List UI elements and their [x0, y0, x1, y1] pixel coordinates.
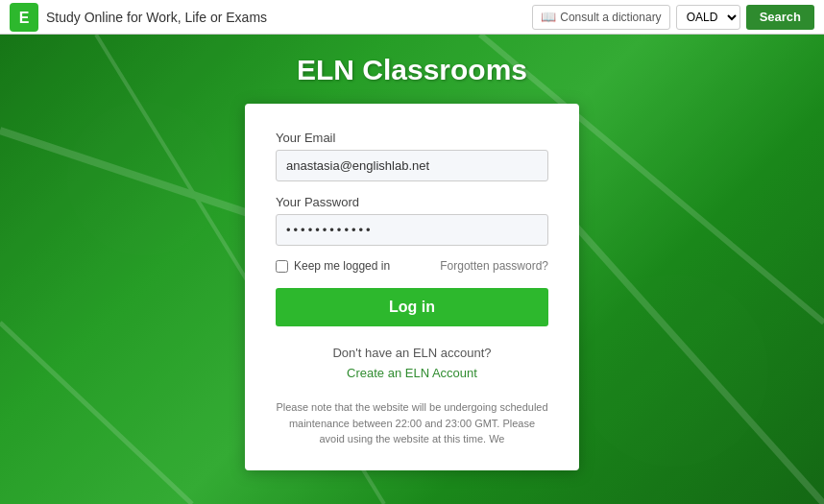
logo-area: E Study Online for Work, Life or Exams: [10, 3, 532, 32]
remember-label[interactable]: Keep me logged in: [294, 259, 390, 273]
forgotten-password-link[interactable]: Forgotten password?: [440, 259, 548, 273]
header-right: 📖 Consult a dictionary OALD Search: [532, 5, 814, 30]
login-card: Your Email Your Password Keep me logged …: [245, 104, 579, 470]
password-label: Your Password: [276, 195, 548, 209]
svg-point-8: [576, 275, 768, 467]
header: E Study Online for Work, Life or Exams 📖…: [0, 0, 824, 35]
page-title-area: ELN Classrooms: [0, 54, 824, 86]
remember-checkbox[interactable]: [276, 260, 288, 273]
create-account-link[interactable]: Create an ELN Account: [276, 366, 548, 380]
password-input[interactable]: [276, 214, 548, 246]
svg-text:E: E: [19, 10, 30, 26]
search-button[interactable]: Search: [746, 5, 814, 30]
dictionary-consult-button[interactable]: 📖 Consult a dictionary: [532, 5, 669, 30]
email-label: Your Email: [276, 131, 548, 145]
dictionary-select[interactable]: OALD: [676, 5, 740, 30]
dictionary-label: Consult a dictionary: [560, 11, 661, 24]
maintenance-notice: Please note that the website will be und…: [276, 399, 548, 447]
page-title: ELN Classrooms: [0, 54, 824, 86]
dictionary-icon: 📖: [541, 10, 556, 24]
svg-line-4: [0, 323, 192, 504]
email-input[interactable]: [276, 150, 548, 181]
login-button[interactable]: Log in: [276, 288, 548, 326]
remember-row: Keep me logged in Forgotten password?: [276, 259, 548, 273]
svg-point-7: [67, 102, 221, 255]
no-account-text: Don't have an ELN account?: [276, 346, 548, 360]
logo-icon: E: [10, 3, 38, 32]
site-title: Study Online for Work, Life or Exams: [46, 10, 267, 25]
remember-left: Keep me logged in: [276, 259, 390, 273]
